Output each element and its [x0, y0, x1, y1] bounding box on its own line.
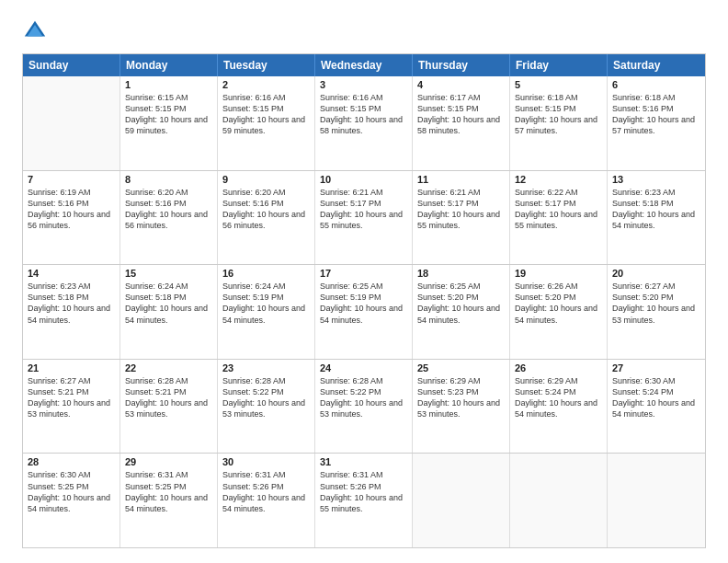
day-info: Sunrise: 6:31 AMSunset: 5:26 PMDaylight:…: [222, 469, 310, 514]
day-number: 26: [515, 362, 602, 373]
day-info: Sunrise: 6:27 AMSunset: 5:20 PMDaylight:…: [612, 281, 700, 326]
day-info: Sunrise: 6:19 AMSunset: 5:16 PMDaylight:…: [28, 187, 115, 232]
day-info: Sunrise: 6:23 AMSunset: 5:18 PMDaylight:…: [612, 187, 700, 232]
day-cell: 2Sunrise: 6:16 AMSunset: 5:15 PMDaylight…: [218, 76, 315, 170]
week-row-5: 28Sunrise: 6:30 AMSunset: 5:25 PMDayligh…: [23, 453, 705, 547]
day-cell: 20Sunrise: 6:27 AMSunset: 5:20 PMDayligh…: [608, 265, 705, 359]
day-number: 16: [222, 268, 310, 279]
day-cell: 8Sunrise: 6:20 AMSunset: 5:16 PMDaylight…: [120, 171, 218, 265]
day-cell: 31Sunrise: 6:31 AMSunset: 5:26 PMDayligh…: [315, 454, 413, 547]
calendar-body: 1Sunrise: 6:15 AMSunset: 5:15 PMDaylight…: [23, 76, 705, 547]
day-cell: 27Sunrise: 6:30 AMSunset: 5:24 PMDayligh…: [608, 360, 705, 454]
day-info: Sunrise: 6:29 AMSunset: 5:23 PMDaylight:…: [417, 375, 505, 420]
day-number: 20: [612, 268, 700, 279]
day-number: 24: [320, 362, 407, 373]
calendar: SundayMondayTuesdayWednesdayThursdayFrid…: [22, 53, 706, 548]
col-header-wednesday: Wednesday: [315, 54, 413, 76]
day-info: Sunrise: 6:20 AMSunset: 5:16 PMDaylight:…: [222, 187, 310, 232]
day-info: Sunrise: 6:24 AMSunset: 5:19 PMDaylight:…: [222, 281, 310, 326]
day-cell: 19Sunrise: 6:26 AMSunset: 5:20 PMDayligh…: [510, 265, 608, 359]
col-header-friday: Friday: [510, 54, 608, 76]
day-cell: 1Sunrise: 6:15 AMSunset: 5:15 PMDaylight…: [120, 76, 218, 170]
day-cell: 6Sunrise: 6:18 AMSunset: 5:16 PMDaylight…: [608, 76, 705, 170]
day-number: 9: [222, 174, 310, 185]
day-cell: 25Sunrise: 6:29 AMSunset: 5:23 PMDayligh…: [413, 360, 510, 454]
day-info: Sunrise: 6:21 AMSunset: 5:17 PMDaylight:…: [417, 187, 505, 232]
week-row-4: 21Sunrise: 6:27 AMSunset: 5:21 PMDayligh…: [23, 359, 705, 454]
day-number: 17: [320, 268, 407, 279]
day-info: Sunrise: 6:18 AMSunset: 5:16 PMDaylight:…: [612, 92, 700, 137]
day-info: Sunrise: 6:26 AMSunset: 5:20 PMDaylight:…: [515, 281, 602, 326]
day-number: 3: [320, 79, 407, 90]
day-info: Sunrise: 6:16 AMSunset: 5:15 PMDaylight:…: [222, 92, 310, 137]
day-info: Sunrise: 6:28 AMSunset: 5:22 PMDaylight:…: [320, 375, 407, 420]
day-info: Sunrise: 6:27 AMSunset: 5:21 PMDaylight:…: [28, 375, 115, 420]
day-cell: [413, 454, 510, 547]
day-cell: 15Sunrise: 6:24 AMSunset: 5:18 PMDayligh…: [120, 265, 218, 359]
col-header-thursday: Thursday: [413, 54, 510, 76]
page: SundayMondayTuesdayWednesdayThursdayFrid…: [0, 0, 728, 563]
day-number: 12: [515, 174, 602, 185]
day-cell: 7Sunrise: 6:19 AMSunset: 5:16 PMDaylight…: [23, 171, 120, 265]
day-number: 29: [125, 456, 212, 467]
day-number: 15: [125, 268, 212, 279]
day-cell: [510, 454, 608, 547]
calendar-header: SundayMondayTuesdayWednesdayThursdayFrid…: [23, 54, 705, 76]
logo-icon: [22, 18, 48, 44]
day-info: Sunrise: 6:16 AMSunset: 5:15 PMDaylight:…: [320, 92, 407, 137]
day-cell: 3Sunrise: 6:16 AMSunset: 5:15 PMDaylight…: [315, 76, 413, 170]
day-cell: [608, 454, 705, 547]
day-info: Sunrise: 6:29 AMSunset: 5:24 PMDaylight:…: [515, 375, 602, 420]
day-cell: 21Sunrise: 6:27 AMSunset: 5:21 PMDayligh…: [23, 360, 120, 454]
col-header-saturday: Saturday: [608, 54, 705, 76]
day-cell: 9Sunrise: 6:20 AMSunset: 5:16 PMDaylight…: [218, 171, 315, 265]
logo: [22, 18, 51, 44]
day-number: 13: [612, 174, 700, 185]
day-cell: 4Sunrise: 6:17 AMSunset: 5:15 PMDaylight…: [413, 76, 510, 170]
day-number: 19: [515, 268, 602, 279]
day-cell: 30Sunrise: 6:31 AMSunset: 5:26 PMDayligh…: [218, 454, 315, 547]
day-number: 10: [320, 174, 407, 185]
day-cell: 24Sunrise: 6:28 AMSunset: 5:22 PMDayligh…: [315, 360, 413, 454]
day-info: Sunrise: 6:30 AMSunset: 5:24 PMDaylight:…: [612, 375, 700, 420]
day-cell: 23Sunrise: 6:28 AMSunset: 5:22 PMDayligh…: [218, 360, 315, 454]
col-header-monday: Monday: [120, 54, 218, 76]
day-info: Sunrise: 6:25 AMSunset: 5:19 PMDaylight:…: [320, 281, 407, 326]
day-cell: 16Sunrise: 6:24 AMSunset: 5:19 PMDayligh…: [218, 265, 315, 359]
day-cell: 12Sunrise: 6:22 AMSunset: 5:17 PMDayligh…: [510, 171, 608, 265]
col-header-tuesday: Tuesday: [218, 54, 315, 76]
day-cell: [23, 76, 120, 170]
day-info: Sunrise: 6:15 AMSunset: 5:15 PMDaylight:…: [125, 92, 212, 137]
day-cell: 5Sunrise: 6:18 AMSunset: 5:15 PMDaylight…: [510, 76, 608, 170]
day-number: 25: [417, 362, 505, 373]
day-number: 22: [125, 362, 212, 373]
day-cell: 22Sunrise: 6:28 AMSunset: 5:21 PMDayligh…: [120, 360, 218, 454]
day-number: 28: [28, 456, 115, 467]
week-row-1: 1Sunrise: 6:15 AMSunset: 5:15 PMDaylight…: [23, 76, 705, 170]
day-number: 27: [612, 362, 700, 373]
day-number: 2: [222, 79, 310, 90]
day-number: 8: [125, 174, 212, 185]
day-info: Sunrise: 6:31 AMSunset: 5:26 PMDaylight:…: [320, 469, 407, 514]
day-number: 31: [320, 456, 407, 467]
day-number: 7: [28, 174, 115, 185]
day-cell: 18Sunrise: 6:25 AMSunset: 5:20 PMDayligh…: [413, 265, 510, 359]
day-info: Sunrise: 6:28 AMSunset: 5:22 PMDaylight:…: [222, 375, 310, 420]
day-info: Sunrise: 6:24 AMSunset: 5:18 PMDaylight:…: [125, 281, 212, 326]
day-number: 11: [417, 174, 505, 185]
day-info: Sunrise: 6:21 AMSunset: 5:17 PMDaylight:…: [320, 187, 407, 232]
week-row-3: 14Sunrise: 6:23 AMSunset: 5:18 PMDayligh…: [23, 264, 705, 359]
day-cell: 10Sunrise: 6:21 AMSunset: 5:17 PMDayligh…: [315, 171, 413, 265]
week-row-2: 7Sunrise: 6:19 AMSunset: 5:16 PMDaylight…: [23, 170, 705, 265]
day-number: 1: [125, 79, 212, 90]
day-number: 21: [28, 362, 115, 373]
day-info: Sunrise: 6:31 AMSunset: 5:25 PMDaylight:…: [125, 469, 212, 514]
day-number: 23: [222, 362, 310, 373]
day-info: Sunrise: 6:28 AMSunset: 5:21 PMDaylight:…: [125, 375, 212, 420]
day-info: Sunrise: 6:17 AMSunset: 5:15 PMDaylight:…: [417, 92, 505, 137]
day-cell: 11Sunrise: 6:21 AMSunset: 5:17 PMDayligh…: [413, 171, 510, 265]
day-cell: 26Sunrise: 6:29 AMSunset: 5:24 PMDayligh…: [510, 360, 608, 454]
day-info: Sunrise: 6:25 AMSunset: 5:20 PMDaylight:…: [417, 281, 505, 326]
day-number: 14: [28, 268, 115, 279]
day-cell: 29Sunrise: 6:31 AMSunset: 5:25 PMDayligh…: [120, 454, 218, 547]
